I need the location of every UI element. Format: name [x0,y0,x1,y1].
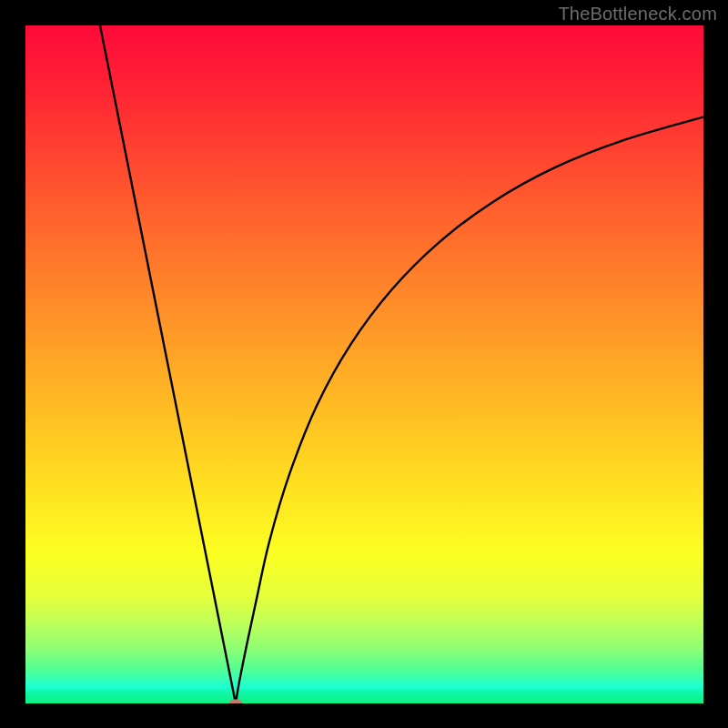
curve-svg [25,25,703,703]
plot-area [25,25,703,703]
minimum-marker [229,700,242,704]
chart-root: TheBottleneck.com [0,0,728,728]
bottleneck-curve [100,25,703,703]
watermark-text: TheBottleneck.com [558,4,717,25]
